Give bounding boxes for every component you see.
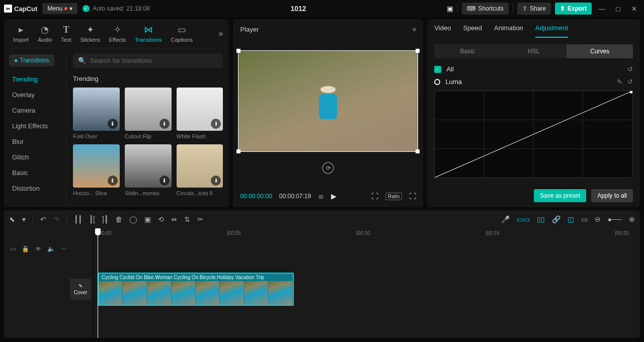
mirror-icon[interactable]: ⇔ xyxy=(171,215,177,223)
transition-item[interactable]: ⬇Slidin...mories xyxy=(125,144,172,196)
search-input[interactable]: 🔍 Search for transitions xyxy=(73,53,223,68)
timeline-tracks[interactable]: |00:00 |00:05 |00:10 |00:15 |00:20 Cycli… xyxy=(94,228,640,338)
undo-button[interactable]: ↶ xyxy=(40,215,46,223)
checkbox-all[interactable]: ✓ xyxy=(434,66,441,73)
rotate-icon[interactable]: ⟲ xyxy=(158,215,164,223)
menu-button[interactable]: Menu ▾ xyxy=(42,3,77,14)
ratio-button[interactable]: Ratio xyxy=(385,193,402,200)
preview-mode-icon[interactable]: ▭ xyxy=(581,215,588,223)
split-left-icon[interactable]: ┃[ xyxy=(89,215,95,223)
radio-luma[interactable] xyxy=(434,79,440,85)
mute-icon[interactable]: 🔈 xyxy=(47,245,55,252)
mic-icon[interactable]: 🎤 xyxy=(501,215,510,223)
transition-item[interactable]: ⬇Horizo... Slice xyxy=(73,144,120,196)
video-clip[interactable]: Cycling Cyclist On Bike.Woman Cycling On… xyxy=(98,273,294,306)
link-icon[interactable]: 🔗 xyxy=(552,215,560,223)
tab-animation[interactable]: Animation xyxy=(494,24,523,38)
tab-audio[interactable]: ◔Audio xyxy=(35,23,55,44)
lock-icon[interactable]: 🔒 xyxy=(22,245,29,252)
category-overlay[interactable]: Overlay xyxy=(4,87,66,103)
layout-icon[interactable]: ▣ xyxy=(447,5,453,13)
tab-stickers[interactable]: ✦Stickers xyxy=(77,23,103,44)
category-distortion[interactable]: Distortion xyxy=(4,181,66,196)
shuffle-icon[interactable]: ⇅ xyxy=(184,215,190,223)
resize-handle[interactable] xyxy=(236,49,240,53)
fullscreen-icon[interactable]: ⛶ xyxy=(409,192,416,200)
close-button[interactable]: ✕ xyxy=(628,3,640,15)
subtab-basic[interactable]: Basic xyxy=(434,44,501,58)
crop-to-icon[interactable]: ▣ xyxy=(144,215,151,223)
transition-item[interactable]: ⬇Fold Over xyxy=(73,88,120,139)
share-button[interactable]: ⇪ Share xyxy=(517,3,551,15)
separator xyxy=(66,215,67,224)
download-icon[interactable]: ⬇ xyxy=(159,176,170,186)
download-icon[interactable]: ⬇ xyxy=(108,119,118,129)
cover-button[interactable]: ✎ Cover xyxy=(70,279,91,300)
magnet-icon[interactable]: ▭▭ xyxy=(517,215,530,223)
download-icon[interactable]: ⬇ xyxy=(211,176,221,186)
time-ruler[interactable]: |00:00 |00:05 |00:10 |00:15 |00:20 xyxy=(94,228,640,239)
resize-handle[interactable] xyxy=(416,149,420,153)
visibility-icon[interactable]: 👁 xyxy=(35,245,41,252)
category-blur[interactable]: Blur xyxy=(4,134,66,149)
reset-icon[interactable]: ↺ xyxy=(627,78,633,86)
eyedropper-icon[interactable]: ✎ xyxy=(617,78,622,86)
category-trending[interactable]: Trending xyxy=(4,71,66,87)
preview-snap-icon[interactable]: ◫ xyxy=(568,215,574,223)
tab-captions[interactable]: ▭Captions xyxy=(168,23,195,44)
resize-handle[interactable] xyxy=(236,149,240,153)
selection-tool[interactable]: ⬉ xyxy=(9,215,15,223)
download-icon[interactable]: ⬇ xyxy=(159,119,170,129)
maximize-button[interactable]: ◻ xyxy=(612,3,624,15)
tab-text[interactable]: TText xyxy=(58,24,74,44)
more-icon[interactable]: ⋯ xyxy=(61,245,67,252)
tab-effects[interactable]: ✧Effects xyxy=(106,23,129,44)
curves-editor[interactable] xyxy=(434,91,633,178)
tab-transitions[interactable]: ⋈Transitions xyxy=(132,23,165,44)
subtab-curves[interactable]: Curves xyxy=(567,44,633,58)
zoom-slider[interactable]: ●── xyxy=(608,215,622,223)
export-button[interactable]: ⬆ Export xyxy=(555,3,592,15)
category-basic[interactable]: Basic xyxy=(4,165,66,181)
subtab-hsl[interactable]: HSL xyxy=(501,44,567,58)
play-button[interactable]: ▶ xyxy=(331,192,337,200)
delete-icon[interactable]: 🗑 xyxy=(115,215,122,223)
transitions-pill[interactable]: ● Transitions xyxy=(9,54,54,66)
tab-speed[interactable]: Speed xyxy=(463,24,482,38)
split-icon[interactable]: ┃┃ xyxy=(74,215,82,223)
split-right-icon[interactable]: ]┃ xyxy=(102,215,108,223)
more-tabs-button[interactable]: » xyxy=(219,29,223,38)
crop-icon[interactable]: ✂ xyxy=(197,215,203,223)
compare-icon[interactable]: ≣ xyxy=(318,192,324,200)
resize-handle[interactable] xyxy=(416,49,420,53)
category-light-effects[interactable]: Light Effects xyxy=(4,118,66,134)
track-toggle-icon[interactable]: ▭ xyxy=(10,245,16,252)
save-preset-button[interactable]: Save as preset xyxy=(534,189,586,202)
marker-icon[interactable]: ◯ xyxy=(129,215,137,223)
tab-label: Transitions xyxy=(135,37,162,43)
zoom-out-icon[interactable]: ⊖ xyxy=(595,215,601,223)
tab-adjustment[interactable]: Adjustment xyxy=(535,24,568,38)
apply-all-button[interactable]: Apply to all xyxy=(591,189,633,202)
refresh-icon[interactable]: ⟳ xyxy=(322,162,334,174)
transition-item[interactable]: ⬇Circula...ices II xyxy=(177,144,223,196)
focus-icon[interactable]: ⛶ xyxy=(371,192,378,200)
shortcuts-button[interactable]: ⌨ Shortcuts xyxy=(462,3,509,15)
player-menu-icon[interactable]: ≡ xyxy=(413,26,417,33)
transition-item[interactable]: ⬇Cutout Flip xyxy=(125,88,172,139)
transition-item[interactable]: ⬇White Flash xyxy=(177,88,223,139)
zoom-in-icon[interactable]: ⊕ xyxy=(629,215,635,223)
category-glitch[interactable]: Glitch xyxy=(4,149,66,165)
dropdown-icon[interactable]: ▾ xyxy=(22,215,26,223)
download-icon[interactable]: ⬇ xyxy=(108,176,118,186)
link-snap-icon[interactable]: ▯▯ xyxy=(537,215,545,223)
tab-import[interactable]: ▸Import xyxy=(10,23,32,44)
video-preview[interactable] xyxy=(238,50,418,152)
minimize-button[interactable]: — xyxy=(596,3,608,15)
category-camera[interactable]: Camera xyxy=(4,103,66,118)
tab-video[interactable]: Video xyxy=(434,24,451,38)
redo-button[interactable]: ↷ xyxy=(53,215,59,223)
playhead[interactable] xyxy=(98,228,98,338)
download-icon[interactable]: ⬇ xyxy=(211,119,221,129)
reset-icon[interactable]: ↺ xyxy=(627,65,633,73)
